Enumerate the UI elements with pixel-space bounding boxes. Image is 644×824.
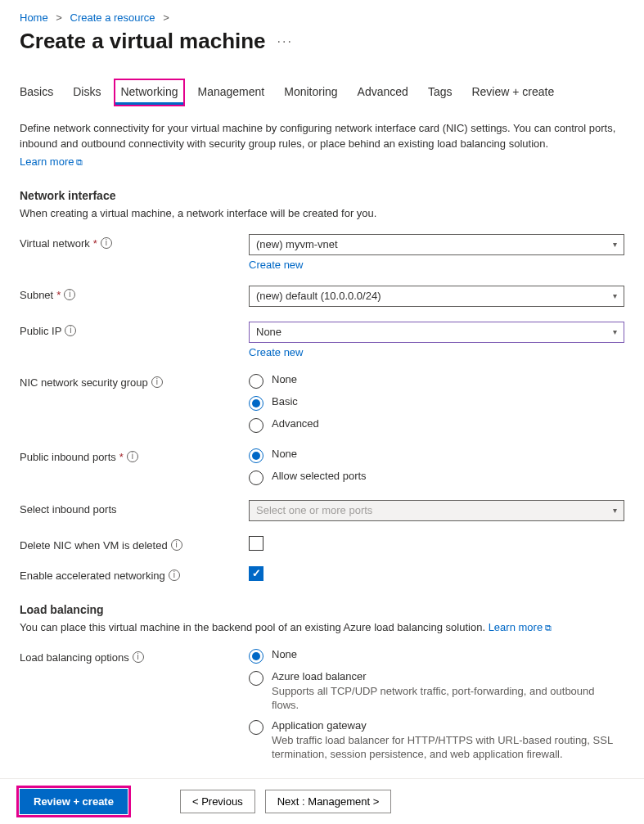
learn-more-link[interactable]: Learn more⧉ [20, 155, 83, 168]
breadcrumb-home[interactable]: Home [20, 11, 48, 24]
more-actions-icon[interactable]: ··· [277, 35, 293, 48]
info-icon[interactable]: i [65, 325, 76, 336]
chevron-right-icon: > [163, 11, 169, 24]
delete-nic-label: Delete NIC when VM is deleted [20, 539, 168, 552]
chevron-down-icon: ▾ [613, 291, 617, 300]
info-icon[interactable]: i [101, 237, 112, 249]
select-ports-placeholder: Select one or more ports [256, 504, 372, 516]
lb-option-alb: Azure load balancer [272, 670, 624, 682]
external-link-icon: ⧉ [76, 157, 83, 167]
select-ports-label: Select inbound ports [20, 503, 117, 516]
inbound-option-none: None [272, 448, 297, 460]
vnet-create-new-link[interactable]: Create new [249, 259, 624, 271]
vnet-select[interactable]: (new) myvm-vnet ▾ [249, 234, 624, 255]
nsg-option-none: None [272, 373, 297, 385]
inbound-radio-none[interactable] [249, 448, 263, 463]
delete-nic-checkbox[interactable] [249, 536, 263, 551]
info-icon[interactable]: i [151, 376, 163, 388]
subnet-label: Subnet [20, 289, 53, 301]
tab-advanced[interactable]: Advanced [358, 80, 408, 105]
nsg-option-advanced: Advanced [272, 417, 319, 430]
public-ip-create-new-link[interactable]: Create new [249, 346, 624, 358]
info-icon[interactable]: i [127, 451, 138, 462]
lb-option-none: None [272, 648, 297, 660]
required-indicator: * [56, 289, 61, 301]
lb-radio-alb[interactable] [249, 671, 263, 686]
section-load-balancing: Load balancing [20, 603, 624, 616]
vnet-label: Virtual network [20, 237, 90, 250]
tab-disks[interactable]: Disks [73, 80, 101, 105]
chevron-right-icon: > [56, 11, 62, 24]
lb-options-label: Load balancing options [20, 651, 129, 664]
intro-text: Define network connectivity for your vir… [20, 121, 624, 152]
nsg-radio-advanced[interactable] [249, 418, 263, 433]
info-icon[interactable]: i [171, 539, 182, 551]
nsg-option-basic: Basic [272, 395, 298, 407]
tab-monitoring[interactable]: Monitoring [284, 80, 337, 105]
previous-button[interactable]: < Previous [180, 790, 255, 813]
accel-net-label: Enable accelerated networking [20, 570, 165, 582]
chevron-down-icon: ▾ [613, 506, 617, 515]
inbound-radio-allow[interactable] [249, 471, 263, 485]
info-icon[interactable]: i [169, 570, 180, 581]
next-button[interactable]: Next : Management > [265, 790, 392, 813]
public-ip-value: None [256, 326, 281, 338]
chevron-down-icon: ▾ [613, 240, 617, 249]
lb-radio-agw[interactable] [249, 720, 263, 735]
lb-learn-more-link[interactable]: Learn more⧉ [489, 621, 552, 633]
info-icon[interactable]: i [133, 651, 144, 663]
required-indicator: * [93, 237, 97, 250]
accel-net-checkbox[interactable]: ✓ [249, 566, 263, 581]
tab-review[interactable]: Review + create [471, 80, 554, 105]
inbound-ports-label: Public inbound ports [20, 451, 116, 463]
lb-option-agw-desc: Web traffic load balancer for HTTP/HTTPS… [272, 733, 624, 762]
inbound-option-allow: Allow selected ports [272, 470, 367, 482]
nsg-radio-none[interactable] [249, 374, 263, 389]
select-ports-select: Select one or more ports ▾ [249, 500, 624, 521]
page-title: Create a virtual machine [20, 29, 266, 54]
lb-option-agw: Application gateway [272, 719, 624, 732]
footer-bar: Review + create < Previous Next : Manage… [0, 778, 644, 824]
subnet-select[interactable]: (new) default (10.0.0.0/24) ▾ [249, 286, 624, 307]
tab-networking[interactable]: Networking [115, 80, 182, 105]
lb-desc: You can place this virtual machine in th… [20, 621, 624, 633]
public-ip-select[interactable]: None ▾ [249, 322, 624, 343]
lb-option-alb-desc: Supports all TCP/UDP network traffic, po… [272, 684, 624, 713]
public-ip-label: Public IP [20, 325, 61, 337]
nsg-label: NIC network security group [20, 376, 148, 389]
external-link-icon: ⧉ [545, 623, 552, 633]
section-desc: When creating a virtual machine, a netwo… [20, 207, 624, 219]
tab-management[interactable]: Management [198, 80, 265, 105]
vnet-value: (new) myvm-vnet [256, 238, 338, 250]
section-network-interface: Network interface [20, 189, 624, 202]
nsg-radio-basic[interactable] [249, 396, 263, 411]
required-indicator: * [119, 451, 124, 463]
breadcrumb-create-resource[interactable]: Create a resource [70, 11, 155, 24]
info-icon[interactable]: i [64, 289, 75, 300]
breadcrumb: Home > Create a resource > [20, 11, 624, 24]
tab-tags[interactable]: Tags [428, 80, 453, 105]
chevron-down-icon: ▾ [613, 327, 617, 336]
tab-basics[interactable]: Basics [20, 80, 53, 105]
subnet-value: (new) default (10.0.0.0/24) [256, 290, 381, 302]
review-create-button[interactable]: Review + create [20, 789, 128, 814]
lb-radio-none[interactable] [249, 649, 263, 664]
tabs: Basics Disks Networking Management Monit… [20, 80, 624, 105]
